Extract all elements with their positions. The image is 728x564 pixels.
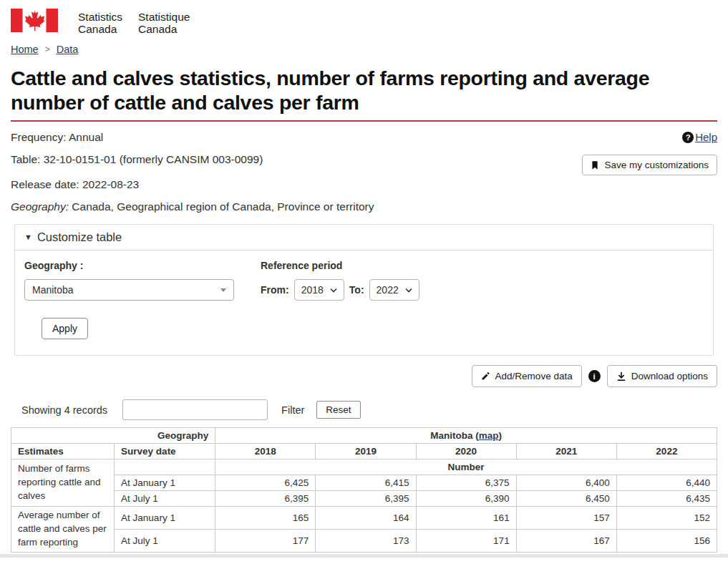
value-cell: 157 bbox=[516, 507, 616, 530]
breadcrumb: Home>Data bbox=[11, 44, 717, 55]
value-cell: 156 bbox=[616, 530, 717, 553]
estimates-column-header: Estimates bbox=[11, 444, 115, 460]
save-customizations-button[interactable]: Save my customizations bbox=[582, 155, 717, 175]
statistics-table: Geography Manitoba (map) Estimates Surve… bbox=[11, 427, 717, 553]
geography-header-row: Geography Manitoba (map) bbox=[11, 428, 717, 444]
fip-header: Statistics Canada Statistique Canada bbox=[11, 9, 717, 35]
page-title: Cattle and calves statistics, number of … bbox=[11, 67, 717, 115]
year-column-header: 2020 bbox=[416, 444, 516, 460]
chevron-down-icon bbox=[405, 288, 412, 293]
wordmark-en-line2: Canada bbox=[78, 23, 122, 35]
to-year-value: 2022 bbox=[377, 284, 399, 296]
agency-wordmark: Statistics Canada Statistique Canada bbox=[78, 9, 190, 35]
geography-filter-group: Geography : Manitoba bbox=[24, 260, 261, 301]
apply-button[interactable]: Apply bbox=[42, 318, 88, 339]
year-column-header: 2022 bbox=[616, 444, 717, 460]
title-divider bbox=[11, 120, 717, 122]
year-column-header: 2018 bbox=[215, 444, 316, 460]
page-bottom-divider bbox=[0, 554, 728, 558]
geography-filter-label: Geography : bbox=[24, 260, 261, 271]
dropdown-arrow-icon bbox=[220, 288, 226, 292]
unit-row: Number of farms reporting cattle and cal… bbox=[11, 460, 717, 475]
customize-table-header[interactable]: ▼Customize table bbox=[15, 225, 713, 251]
value-cell: 161 bbox=[416, 507, 516, 530]
breadcrumb-home-link[interactable]: Home bbox=[11, 44, 39, 55]
region-header-cell: Manitoba (map) bbox=[215, 428, 717, 444]
column-header-row: Estimates Survey date 2018 2019 2020 202… bbox=[11, 444, 717, 460]
value-cell: 6,440 bbox=[616, 475, 717, 491]
add-remove-data-button[interactable]: Add/Remove data bbox=[472, 365, 582, 387]
value-cell: 6,395 bbox=[215, 491, 316, 507]
estimate-label-cell: Number of farms reporting cattle and cal… bbox=[11, 460, 115, 507]
filter-input[interactable] bbox=[122, 399, 268, 420]
value-cell: 173 bbox=[316, 530, 416, 553]
help-link[interactable]: ? Help bbox=[682, 131, 717, 143]
info-icon[interactable]: i bbox=[588, 370, 601, 382]
chevron-down-icon bbox=[330, 288, 337, 293]
pencil-icon bbox=[481, 371, 490, 381]
value-cell: 171 bbox=[416, 530, 516, 553]
reference-period-group: Reference period From: 2018 To: 2022 bbox=[261, 260, 419, 301]
geography-summary-value: Canada, Geographical region of Canada, P… bbox=[72, 200, 374, 213]
from-year-value: 2018 bbox=[301, 284, 324, 296]
wordmark-fr-line2: Canada bbox=[138, 23, 190, 35]
filter-button[interactable]: Filter bbox=[281, 404, 304, 416]
geography-select[interactable]: Manitoba bbox=[24, 279, 234, 301]
to-year-select[interactable]: 2022 bbox=[369, 279, 419, 301]
survey-date-cell: At January 1 bbox=[115, 475, 215, 491]
download-options-label: Download options bbox=[631, 371, 708, 381]
to-label: To: bbox=[349, 284, 364, 296]
page: Statistics Canada Statistique Canada Hom… bbox=[0, 0, 728, 558]
table-ref-row: Table: 32-10-0151-01 (formerly CANSIM 00… bbox=[11, 153, 717, 175]
wordmark-en-line1: Statistics bbox=[78, 11, 122, 23]
table-row: At July 1 6,395 6,395 6,390 6,450 6,435 bbox=[11, 491, 717, 507]
download-options-button[interactable]: Download options bbox=[607, 365, 717, 387]
wordmark-french: Statistique Canada bbox=[138, 11, 190, 35]
survey-date-column-header: Survey date bbox=[115, 444, 215, 460]
value-cell: 164 bbox=[316, 507, 416, 530]
region-name: Manitoba ( bbox=[430, 430, 479, 441]
year-column-header: 2019 bbox=[316, 444, 416, 460]
table-row: Average number of cattle and calves per … bbox=[11, 507, 717, 530]
from-label: From: bbox=[261, 284, 289, 296]
value-cell: 177 bbox=[215, 530, 316, 553]
record-count-text: Showing 4 records bbox=[21, 404, 107, 416]
value-cell: 6,435 bbox=[616, 491, 717, 507]
geography-summary-row: Geography: Canada, Geographical region o… bbox=[11, 200, 717, 213]
empty-cell bbox=[115, 460, 215, 475]
table-actions: Add/Remove data i Download options bbox=[11, 365, 717, 387]
bookmark-icon bbox=[591, 160, 599, 170]
apply-button-label: Apply bbox=[52, 323, 77, 334]
map-link[interactable]: map bbox=[479, 430, 499, 441]
survey-date-cell: At January 1 bbox=[115, 507, 215, 530]
geography-header-cell: Geography bbox=[11, 428, 215, 444]
table-row: At January 1 6,425 6,415 6,375 6,400 6,4… bbox=[11, 475, 717, 491]
value-cell: 6,375 bbox=[416, 475, 516, 491]
collapse-triangle-icon: ▼ bbox=[24, 233, 32, 241]
customize-table-title: Customize table bbox=[37, 230, 122, 243]
customize-table-panel: ▼Customize table Geography : Manitoba Re… bbox=[14, 224, 714, 356]
canada-flag-icon bbox=[11, 9, 58, 34]
value-cell: 6,400 bbox=[516, 475, 616, 491]
survey-date-cell: At July 1 bbox=[115, 530, 215, 553]
add-remove-data-label: Add/Remove data bbox=[495, 371, 573, 381]
value-cell: 6,395 bbox=[316, 491, 416, 507]
help-link-label: Help bbox=[695, 131, 717, 143]
from-year-select[interactable]: 2018 bbox=[294, 279, 344, 301]
survey-date-cell: At July 1 bbox=[115, 491, 215, 507]
wordmark-fr-line1: Statistique bbox=[138, 11, 190, 23]
save-customizations-label: Save my customizations bbox=[604, 160, 709, 170]
download-icon bbox=[616, 371, 626, 381]
geography-summary-label: Geography: bbox=[11, 200, 69, 213]
table-row: At July 1 177 173 171 167 156 bbox=[11, 530, 717, 553]
filter-bar: Showing 4 records Filter Reset bbox=[11, 399, 717, 420]
reset-button[interactable]: Reset bbox=[316, 401, 360, 419]
frequency-row: Frequency: Annual ? Help bbox=[11, 131, 717, 144]
release-date-text: Release date: 2022-08-23 bbox=[11, 178, 139, 191]
release-date-row: Release date: 2022-08-23 bbox=[11, 178, 717, 191]
breadcrumb-data-link[interactable]: Data bbox=[57, 44, 79, 55]
value-cell: 6,450 bbox=[516, 491, 616, 507]
estimate-label-cell: Average number of cattle and calves per … bbox=[11, 507, 115, 553]
table-ref-text: Table: 32-10-0151-01 (formerly CANSIM 00… bbox=[11, 153, 263, 166]
geography-select-value: Manitoba bbox=[32, 284, 74, 296]
